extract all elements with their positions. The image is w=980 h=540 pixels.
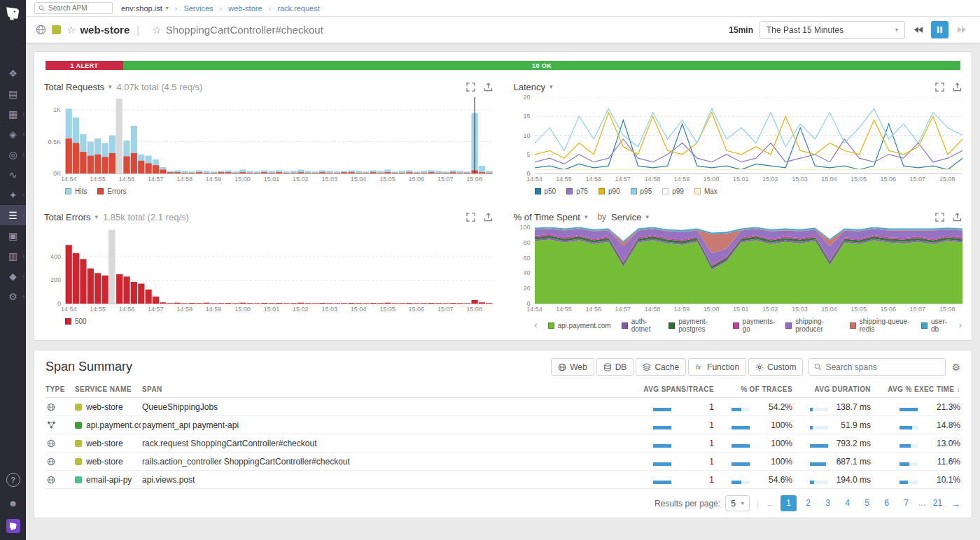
legend-item[interactable]: p75 [566,187,588,195]
expand-icon[interactable] [935,213,944,222]
page-button-1[interactable]: 1 [780,495,797,511]
page-button-6[interactable]: 6 [878,495,895,511]
breadcrumb-link-web-store[interactable]: web-store [228,4,262,13]
page-button-7[interactable]: 7 [898,495,914,511]
col-avg-spans-trace[interactable]: AVG SPANS/TRACE [609,385,714,393]
chart-plot-area[interactable] [65,227,493,304]
per-page-select[interactable]: 5 ▾ [725,495,750,511]
sidebar-item-events[interactable]: ▤ [0,83,26,104]
chart-plot-area[interactable] [535,97,962,174]
legend-item[interactable]: p95 [631,187,652,195]
expand-icon[interactable] [935,83,944,92]
filter-custom-button[interactable]: Custom [748,358,803,376]
pause-button[interactable] [931,21,948,38]
legend-item[interactable]: shipping-producer [785,318,839,333]
sidebar-item-dashboards[interactable]: ▦› [0,104,26,124]
table-row[interactable]: web-storerails.action_controller Shoppin… [46,453,960,471]
sidebar-item-logs[interactable]: ▥› [0,246,26,266]
export-icon[interactable] [484,213,493,222]
legend-item[interactable]: user-db [921,318,948,333]
table-settings-icon[interactable]: ⚙ [951,362,960,373]
sidebar-item-notebooks[interactable]: ▣ [0,225,26,246]
legend-item[interactable]: shipping-queue-redis [850,318,911,333]
next-page-button[interactable]: → [951,498,960,509]
legend-item[interactable]: p99 [662,187,684,195]
chart-title[interactable]: % of Time Spent [514,212,580,222]
account-icon[interactable]: ☻ [6,496,20,510]
apm-search-box[interactable] [34,2,113,14]
sort-desc-icon[interactable]: ↓ [957,385,960,393]
star-icon[interactable]: ☆ [66,24,76,36]
sidebar-item-infrastructure[interactable]: ◈› [0,124,26,144]
page-button-3[interactable]: 3 [820,495,836,511]
table-row[interactable]: web-storeQueueShippingJobs154.2%138.7 ms… [46,398,960,416]
legend-item[interactable]: Hits [65,187,87,195]
legend-item[interactable]: p90 [598,187,620,195]
chart-title[interactable]: Total Errors [44,212,90,222]
sidebar-item-integrations[interactable]: ✦› [0,185,26,205]
apm-search-input[interactable] [48,4,107,12]
export-icon[interactable] [484,83,493,92]
legend-scroll-right-icon[interactable]: › [959,320,962,330]
filter-cache-button[interactable]: Cache [636,358,686,376]
chart-title[interactable]: Total Requests [44,82,104,92]
legend-item[interactable]: api.payment.com [548,322,611,329]
env-selector[interactable]: env:shop.ist ▾ [121,4,169,13]
sidebar-item-apm[interactable]: ☰› [0,205,26,225]
expand-icon[interactable] [466,213,475,222]
sidebar-item-monitors[interactable]: ◎› [0,144,26,164]
filter-function-button[interactable]: fxFunction [688,358,746,376]
chart-title[interactable]: Latency [514,82,546,92]
skip-forward-button[interactable] [953,21,970,38]
sidebar-item-security[interactable]: ◆› [0,266,26,286]
breadcrumb-link-rack-request[interactable]: rack.request [277,4,320,13]
legend-item[interactable]: auth-dotnet [622,318,659,333]
legend-item[interactable]: payments-go [733,318,776,333]
ok-segment[interactable]: 10 OK [123,61,960,70]
legend-label: p50 [545,187,556,195]
page-button-21[interactable]: 21 [930,495,946,511]
legend-item[interactable]: p50 [535,187,556,195]
time-range-select[interactable]: The Past 15 Minutes ▾ [760,21,905,39]
col-pct-traces[interactable]: % OF TRACES [714,385,792,393]
legend-item[interactable]: payment-postgres [668,318,722,333]
legend-label: Max [704,187,718,195]
table-row[interactable]: email-api-pyapi.views.post154.6%194.0 ms… [46,471,960,489]
legend-item[interactable]: Max [694,187,718,195]
sidebar-item-metrics[interactable]: ∿ [0,164,26,185]
datadog-logo[interactable] [0,0,26,27]
col-avg-exec-time[interactable]: AVG % EXEC TIME ↓ [871,385,960,393]
sidebar-item-settings[interactable]: ⚙› [0,286,26,306]
group-by-select[interactable]: Service [611,212,641,222]
table-row[interactable]: web-storerack.request ShoppingCartContro… [46,434,960,453]
filter-web-button[interactable]: Web [551,358,594,376]
chart-plot-area[interactable] [65,97,493,174]
col-span[interactable]: SPAN [142,385,609,393]
filter-db-button[interactable]: DB [596,358,634,376]
datadog-logo-bottom[interactable] [6,519,20,533]
table-row[interactable]: api.payment.compayment_api payment-api11… [46,416,960,434]
chart-plot-area[interactable] [535,227,962,304]
page-button-4[interactable]: 4 [839,495,855,511]
skip-back-button[interactable] [909,21,927,38]
col-service-name[interactable]: SERVICE NAME [75,385,142,393]
globe-icon [47,439,55,448]
alert-segment[interactable]: 1 ALERT [46,61,123,70]
export-icon[interactable] [953,83,962,92]
legend-item[interactable]: 500 [65,318,87,325]
col-type[interactable]: TYPE [46,385,75,393]
legend-scroll-left-icon[interactable]: ‹ [535,320,538,330]
breadcrumb-link-services[interactable]: Services [183,4,213,13]
prev-page-button[interactable]: ← [766,498,776,509]
page-button-5[interactable]: 5 [859,495,875,511]
expand-icon[interactable] [466,83,475,92]
resource-star-icon[interactable]: ☆ [152,24,161,36]
span-search-box[interactable] [808,358,946,376]
help-icon[interactable]: ? [6,473,20,487]
span-search-input[interactable] [825,362,940,372]
legend-item[interactable]: Errors [97,187,126,195]
col-avg-duration[interactable]: AVG DURATION [792,385,871,393]
export-icon[interactable] [953,213,962,222]
sidebar-item-watchdog[interactable]: ❖ [0,63,26,83]
page-button-2[interactable]: 2 [800,495,816,511]
